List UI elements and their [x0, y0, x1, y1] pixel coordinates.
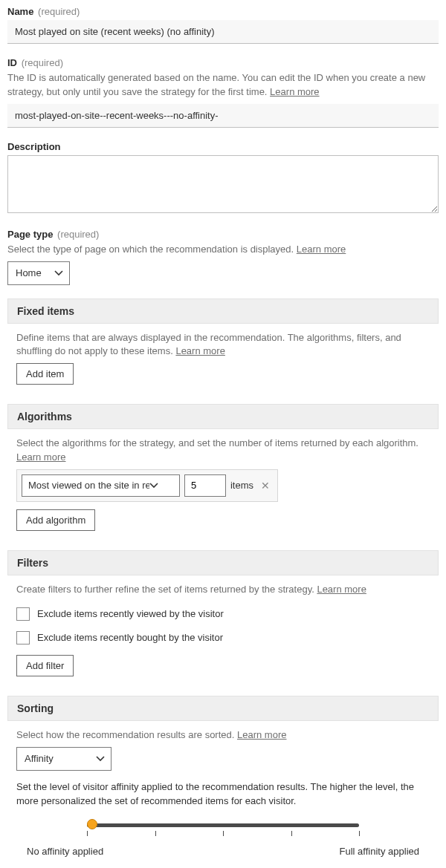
algorithm-select[interactable]: Most viewed on the site in recent weeks	[22, 474, 180, 497]
sorting-help: Select how the recommendation results ar…	[16, 728, 430, 743]
description-label: Description	[7, 141, 439, 152]
fixed-items-learn-more-link[interactable]: Learn more	[175, 345, 224, 356]
page-type-field: Page type (required) Select the type of …	[7, 229, 439, 285]
sorting-header: Sorting	[7, 696, 439, 721]
slider-tick	[291, 831, 292, 836]
description-label-text: Description	[7, 141, 61, 152]
exclude-bought-row: Exclude items recently bought by the vis…	[16, 631, 430, 645]
slider-ticks	[87, 831, 359, 838]
slider-tick	[155, 831, 156, 836]
affinity-description: Set the level of visitor affinity applie…	[16, 780, 430, 809]
algorithms-header: Algorithms	[7, 404, 439, 429]
sorting-value: Affinity	[25, 753, 54, 764]
filters-header: Filters	[7, 550, 439, 575]
chevron-down-icon	[54, 270, 63, 276]
page-type-help-text: Select the type of page on which the rec…	[7, 244, 294, 255]
page-type-learn-more-link[interactable]: Learn more	[297, 244, 346, 255]
name-field: Name (required)	[7, 6, 439, 44]
page-type-value: Home	[16, 267, 42, 278]
filters-help-text: Create filters to further refine the set…	[16, 584, 314, 595]
add-filter-button[interactable]: Add filter	[16, 655, 74, 676]
algorithms-learn-more-link[interactable]: Learn more	[16, 451, 65, 463]
add-item-button[interactable]: Add item	[16, 363, 74, 385]
description-textarea[interactable]	[7, 155, 439, 213]
algorithms-help: Select the algorithms for the strategy, …	[16, 437, 430, 465]
fixed-items-body: Define items that are always displayed i…	[7, 324, 439, 397]
page-type-help: Select the type of page on which the rec…	[7, 243, 439, 257]
id-help-text: The ID is automatically generated based …	[7, 72, 425, 97]
name-label-text: Name	[7, 6, 33, 17]
algorithm-count-input[interactable]	[184, 474, 226, 497]
name-required: (required)	[38, 6, 80, 17]
exclude-bought-checkbox[interactable]	[16, 631, 30, 645]
exclude-viewed-row: Exclude items recently viewed by the vis…	[16, 607, 430, 621]
chevron-down-icon	[149, 483, 158, 489]
page-type-label: Page type (required)	[7, 229, 439, 240]
filters-learn-more-link[interactable]: Learn more	[317, 584, 366, 595]
id-field: ID (required) The ID is automatically ge…	[7, 57, 439, 128]
page-type-select[interactable]: Home	[7, 261, 70, 285]
filters-help: Create filters to further refine the set…	[16, 583, 430, 597]
page-type-required: (required)	[57, 229, 99, 240]
filters-body: Create filters to further refine the set…	[7, 575, 439, 688]
algorithms-help-text: Select the algorithms for the strategy, …	[16, 437, 418, 448]
slider-tick	[359, 831, 360, 836]
id-label-text: ID	[7, 57, 17, 68]
id-learn-more-link[interactable]: Learn more	[270, 86, 319, 97]
remove-algorithm-icon[interactable]: ✕	[258, 480, 273, 491]
id-label: ID (required)	[7, 57, 439, 68]
algorithm-row: Most viewed on the site in recent weeks …	[16, 469, 278, 502]
sorting-select[interactable]: Affinity	[16, 747, 112, 771]
algorithm-items-label: items	[230, 480, 253, 491]
affinity-slider[interactable]	[87, 822, 359, 829]
slider-track	[87, 823, 359, 827]
sorting-help-text: Select how the recommendation results ar…	[16, 729, 234, 740]
add-algorithm-button[interactable]: Add algorithm	[16, 509, 95, 531]
algorithms-body: Select the algorithms for the strategy, …	[7, 429, 439, 543]
sorting-learn-more-link[interactable]: Learn more	[237, 729, 286, 740]
fixed-items-help: Define items that are always displayed i…	[16, 331, 430, 359]
id-required: (required)	[22, 57, 63, 68]
slider-thumb[interactable]	[87, 819, 97, 829]
name-input[interactable]	[7, 20, 439, 44]
slider-tick	[87, 831, 88, 836]
exclude-viewed-label: Exclude items recently viewed by the vis…	[37, 608, 224, 619]
description-field: Description	[7, 141, 439, 215]
id-help: The ID is automatically generated based …	[7, 71, 439, 99]
name-label: Name (required)	[7, 6, 439, 17]
sorting-body: Select how the recommendation results ar…	[7, 721, 439, 868]
exclude-bought-label: Exclude items recently bought by the vis…	[37, 632, 223, 643]
slider-tick	[223, 831, 224, 836]
fixed-items-header: Fixed items	[7, 298, 439, 324]
id-input[interactable]	[7, 104, 439, 128]
slider-labels: No affinity applied Full affinity applie…	[16, 846, 430, 857]
exclude-viewed-checkbox[interactable]	[16, 607, 30, 621]
slider-min-label: No affinity applied	[27, 846, 103, 857]
page-type-label-text: Page type	[7, 229, 53, 240]
algorithm-value: Most viewed on the site in recent weeks	[28, 480, 149, 491]
slider-max-label: Full affinity applied	[340, 846, 419, 857]
chevron-down-icon	[96, 756, 105, 762]
